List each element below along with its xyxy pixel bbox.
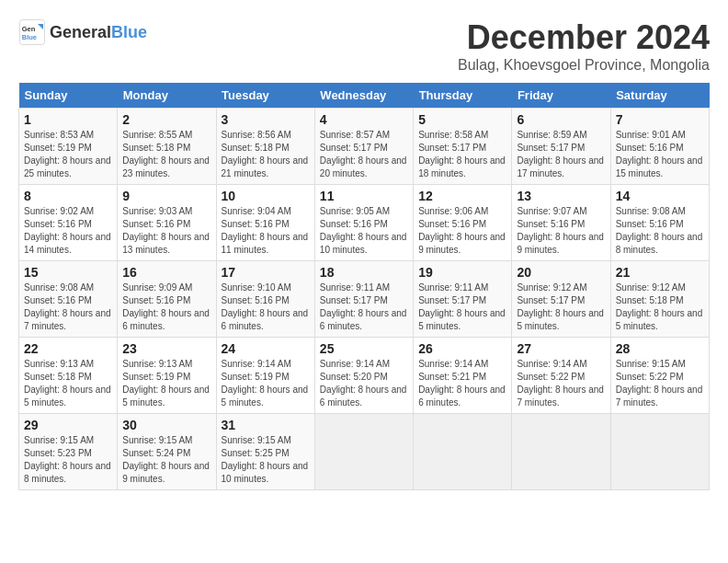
day-info: Sunrise: 9:08 AMSunset: 5:16 PMDaylight:…: [24, 282, 112, 333]
day-info: Sunrise: 9:01 AMSunset: 5:16 PMDaylight:…: [616, 129, 704, 180]
day-number: 19: [418, 265, 506, 280]
day-info: Sunrise: 9:14 AMSunset: 5:21 PMDaylight:…: [418, 358, 506, 409]
week-row-2: 8Sunrise: 9:02 AMSunset: 5:16 PMDaylight…: [19, 185, 710, 261]
calendar-cell: 7Sunrise: 9:01 AMSunset: 5:16 PMDaylight…: [610, 109, 709, 185]
day-number: 4: [320, 112, 408, 127]
week-row-4: 22Sunrise: 9:13 AMSunset: 5:18 PMDayligh…: [19, 338, 710, 414]
calendar-cell: 22Sunrise: 9:13 AMSunset: 5:18 PMDayligh…: [19, 338, 118, 414]
calendar-cell: 4Sunrise: 8:57 AMSunset: 5:17 PMDaylight…: [314, 109, 413, 185]
day-info: Sunrise: 9:13 AMSunset: 5:18 PMDaylight:…: [24, 358, 112, 409]
day-info: Sunrise: 8:55 AMSunset: 5:18 PMDaylight:…: [122, 129, 210, 180]
day-number: 30: [122, 418, 210, 432]
day-number: 1: [24, 112, 112, 127]
header: Gen Blue GeneralBlue December 2024 Bulag…: [18, 18, 710, 74]
calendar-cell: 28Sunrise: 9:15 AMSunset: 5:22 PMDayligh…: [610, 338, 709, 414]
day-number: 26: [418, 341, 506, 356]
day-number: 13: [517, 189, 605, 203]
day-info: Sunrise: 8:59 AMSunset: 5:17 PMDaylight:…: [517, 129, 605, 180]
calendar-cell: 13Sunrise: 9:07 AMSunset: 5:16 PMDayligh…: [512, 185, 610, 261]
calendar-cell: 30Sunrise: 9:15 AMSunset: 5:24 PMDayligh…: [118, 414, 216, 490]
day-number: 23: [122, 341, 210, 356]
calendar-cell: 20Sunrise: 9:12 AMSunset: 5:17 PMDayligh…: [512, 261, 610, 338]
day-info: Sunrise: 9:06 AMSunset: 5:16 PMDaylight:…: [418, 205, 506, 257]
calendar-cell: 1Sunrise: 8:53 AMSunset: 5:19 PMDaylight…: [19, 109, 118, 185]
svg-text:Gen: Gen: [22, 25, 36, 33]
day-number: 12: [418, 189, 506, 203]
calendar-cell: 24Sunrise: 9:14 AMSunset: 5:19 PMDayligh…: [216, 338, 314, 414]
day-info: Sunrise: 9:02 AMSunset: 5:16 PMDaylight:…: [24, 205, 112, 257]
day-info: Sunrise: 9:15 AMSunset: 5:24 PMDaylight:…: [122, 434, 210, 486]
col-header-tuesday: Tuesday: [216, 83, 314, 109]
day-info: Sunrise: 9:15 AMSunset: 5:23 PMDaylight:…: [24, 434, 112, 486]
calendar-cell: 26Sunrise: 9:14 AMSunset: 5:21 PMDayligh…: [414, 338, 512, 414]
col-header-thursday: Thursday: [414, 83, 512, 109]
calendar-cell: 2Sunrise: 8:55 AMSunset: 5:18 PMDaylight…: [118, 109, 216, 185]
day-number: 25: [320, 341, 408, 356]
day-number: 9: [122, 189, 210, 203]
day-info: Sunrise: 9:14 AMSunset: 5:19 PMDaylight:…: [222, 358, 310, 409]
calendar-cell: 25Sunrise: 9:14 AMSunset: 5:20 PMDayligh…: [314, 338, 413, 414]
calendar-cell: 14Sunrise: 9:08 AMSunset: 5:16 PMDayligh…: [610, 185, 709, 261]
day-number: 2: [122, 112, 210, 127]
calendar-cell: 9Sunrise: 9:03 AMSunset: 5:16 PMDaylight…: [118, 185, 216, 261]
day-info: Sunrise: 8:56 AMSunset: 5:18 PMDaylight:…: [222, 129, 310, 180]
calendar-cell: 6Sunrise: 8:59 AMSunset: 5:17 PMDaylight…: [512, 109, 610, 185]
week-row-3: 15Sunrise: 9:08 AMSunset: 5:16 PMDayligh…: [19, 261, 710, 338]
day-info: Sunrise: 9:14 AMSunset: 5:22 PMDaylight:…: [517, 358, 605, 409]
day-info: Sunrise: 9:13 AMSunset: 5:19 PMDaylight:…: [122, 358, 210, 409]
day-info: Sunrise: 9:12 AMSunset: 5:17 PMDaylight:…: [517, 282, 605, 333]
calendar-cell: 21Sunrise: 9:12 AMSunset: 5:18 PMDayligh…: [610, 261, 709, 338]
day-info: Sunrise: 9:11 AMSunset: 5:17 PMDaylight:…: [320, 282, 408, 333]
day-info: Sunrise: 9:10 AMSunset: 5:16 PMDaylight:…: [222, 282, 310, 333]
day-number: 17: [222, 265, 310, 280]
calendar-cell: [414, 414, 512, 490]
day-info: Sunrise: 9:09 AMSunset: 5:16 PMDaylight:…: [122, 282, 210, 333]
col-header-saturday: Saturday: [610, 83, 709, 109]
day-number: 3: [222, 112, 310, 127]
calendar-cell: [610, 414, 709, 490]
logo: Gen Blue GeneralBlue: [18, 18, 147, 46]
day-info: Sunrise: 9:08 AMSunset: 5:16 PMDaylight:…: [616, 205, 704, 257]
day-number: 11: [320, 189, 408, 203]
calendar-cell: [512, 414, 610, 490]
day-number: 28: [616, 341, 704, 356]
day-info: Sunrise: 9:07 AMSunset: 5:16 PMDaylight:…: [517, 205, 605, 257]
day-number: 7: [616, 112, 704, 127]
calendar-cell: 31Sunrise: 9:15 AMSunset: 5:25 PMDayligh…: [216, 414, 314, 490]
day-number: 8: [24, 189, 112, 203]
day-number: 24: [222, 341, 310, 356]
day-info: Sunrise: 8:58 AMSunset: 5:17 PMDaylight:…: [418, 129, 506, 180]
calendar-cell: 3Sunrise: 8:56 AMSunset: 5:18 PMDaylight…: [216, 109, 314, 185]
week-row-5: 29Sunrise: 9:15 AMSunset: 5:23 PMDayligh…: [19, 414, 710, 490]
calendar-cell: 23Sunrise: 9:13 AMSunset: 5:19 PMDayligh…: [118, 338, 216, 414]
day-info: Sunrise: 9:05 AMSunset: 5:16 PMDaylight:…: [320, 205, 408, 257]
day-info: Sunrise: 9:12 AMSunset: 5:18 PMDaylight:…: [616, 282, 704, 333]
calendar-cell: 19Sunrise: 9:11 AMSunset: 5:17 PMDayligh…: [414, 261, 512, 338]
calendar-cell: [314, 414, 413, 490]
day-number: 6: [517, 112, 605, 127]
col-header-wednesday: Wednesday: [314, 83, 413, 109]
day-number: 27: [517, 341, 605, 356]
col-header-friday: Friday: [512, 83, 610, 109]
logo-icon: Gen Blue: [18, 18, 46, 46]
calendar-cell: 16Sunrise: 9:09 AMSunset: 5:16 PMDayligh…: [118, 261, 216, 338]
header-row: SundayMondayTuesdayWednesdayThursdayFrid…: [19, 83, 710, 109]
day-info: Sunrise: 9:14 AMSunset: 5:20 PMDaylight:…: [320, 358, 408, 409]
calendar-cell: 15Sunrise: 9:08 AMSunset: 5:16 PMDayligh…: [19, 261, 118, 338]
calendar-cell: 17Sunrise: 9:10 AMSunset: 5:16 PMDayligh…: [216, 261, 314, 338]
day-number: 20: [517, 265, 605, 280]
title-section: December 2024 Bulag, Khoevsgoel Province…: [458, 18, 710, 74]
day-info: Sunrise: 9:03 AMSunset: 5:16 PMDaylight:…: [122, 205, 210, 257]
day-number: 21: [616, 265, 704, 280]
calendar-cell: 5Sunrise: 8:58 AMSunset: 5:17 PMDaylight…: [414, 109, 512, 185]
calendar-cell: 10Sunrise: 9:04 AMSunset: 5:16 PMDayligh…: [216, 185, 314, 261]
day-number: 22: [24, 341, 112, 356]
day-info: Sunrise: 9:11 AMSunset: 5:17 PMDaylight:…: [418, 282, 506, 333]
day-info: Sunrise: 9:15 AMSunset: 5:25 PMDaylight:…: [222, 434, 310, 486]
day-number: 18: [320, 265, 408, 280]
calendar-cell: 8Sunrise: 9:02 AMSunset: 5:16 PMDaylight…: [19, 185, 118, 261]
calendar-cell: 18Sunrise: 9:11 AMSunset: 5:17 PMDayligh…: [314, 261, 413, 338]
day-number: 16: [122, 265, 210, 280]
day-info: Sunrise: 9:15 AMSunset: 5:22 PMDaylight:…: [616, 358, 704, 409]
svg-text:Blue: Blue: [22, 33, 37, 41]
